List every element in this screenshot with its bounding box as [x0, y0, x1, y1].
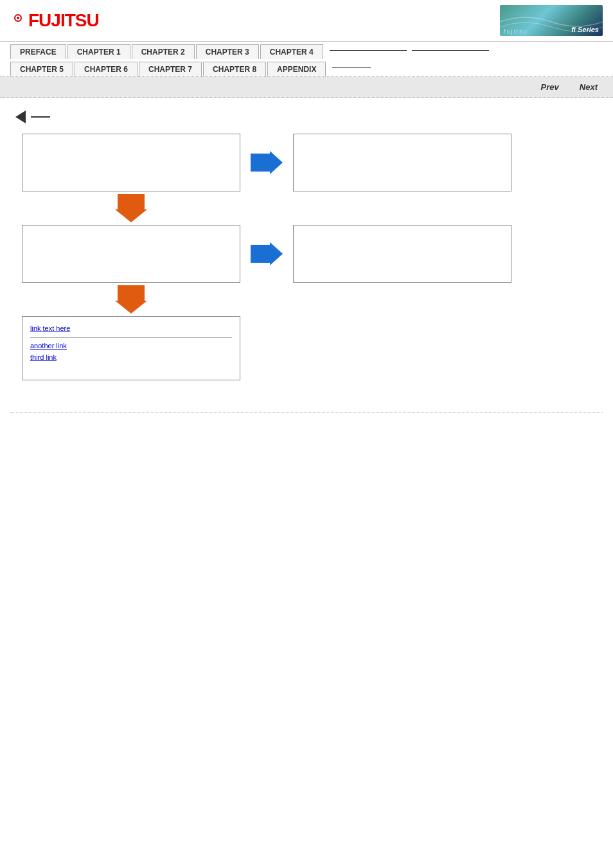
flow-row-2 — [22, 225, 591, 283]
nav-chapter6[interactable]: CHAPTER 6 — [75, 62, 138, 76]
flow-box-3-line2: another link — [30, 337, 232, 350]
nav-line-decoration-3 — [332, 67, 371, 68]
next-button[interactable]: Next — [574, 81, 603, 93]
nav-line-decoration-1 — [330, 50, 407, 51]
nav-chapter2[interactable]: CHAPTER 2 — [132, 44, 195, 59]
flow-box-3-link2[interactable]: another link — [30, 342, 67, 350]
flow-box-2-right — [293, 225, 511, 283]
nav-chapter4[interactable]: CHAPTER 4 — [260, 44, 323, 59]
arrow-down-container-1 — [22, 194, 240, 222]
back-arrow-line — [31, 116, 50, 118]
back-arrow[interactable] — [15, 111, 598, 123]
nav-preface[interactable]: PREFACE — [10, 44, 66, 59]
nav-row-1: PREFACE CHAPTER 1 CHAPTER 2 CHAPTER 3 CH… — [10, 42, 603, 59]
arrow-down-container-2 — [22, 285, 240, 314]
flow-box-1-right — [293, 134, 511, 191]
arrow-right-blue-2 — [251, 242, 283, 265]
svg-marker-4 — [251, 242, 283, 265]
flow-row-3: link text here another link third link — [22, 316, 591, 380]
fi-series-logo-bg: fujitsu fi Series — [500, 5, 603, 36]
nav-row-2: CHAPTER 5 CHAPTER 6 CHAPTER 7 CHAPTER 8 … — [10, 59, 603, 76]
flow-box-1-left — [22, 134, 240, 191]
flow-box-3: link text here another link third link — [22, 316, 240, 380]
flow-box-3-line3: third link — [30, 353, 232, 361]
nav-line-decoration-2 — [412, 50, 489, 51]
toolbar: Prev Next — [0, 77, 613, 98]
fujitsu-logo: FUJITSU — [10, 10, 99, 31]
nav-appendix[interactable]: APPENDIX — [267, 62, 326, 76]
nav-chapter5[interactable]: CHAPTER 5 — [10, 62, 73, 76]
header: FUJITSU fujitsu fi Series — [0, 0, 613, 42]
nav-container: PREFACE CHAPTER 1 CHAPTER 2 CHAPTER 3 CH… — [0, 42, 613, 77]
flow-box-2-left — [22, 225, 240, 283]
footer-divider — [10, 412, 603, 413]
fi-series-decoration — [500, 6, 603, 36]
svg-point-1 — [17, 17, 19, 19]
flow-diagram: link text here another link third link — [15, 134, 598, 380]
flow-box-3-link1[interactable]: link text here — [30, 324, 70, 332]
nav-chapter1[interactable]: CHAPTER 1 — [67, 44, 130, 59]
fujitsu-logo-icon — [10, 13, 26, 28]
flow-box-3-link3[interactable]: third link — [30, 353, 57, 361]
back-arrow-triangle — [15, 111, 26, 123]
svg-marker-2 — [251, 151, 283, 174]
nav-chapter7[interactable]: CHAPTER 7 — [139, 62, 202, 76]
arrow-right-blue-1 — [251, 151, 283, 174]
nav-line-2 — [332, 59, 603, 76]
arrow-down-orange-2 — [115, 285, 147, 314]
svg-marker-3 — [115, 194, 147, 222]
nav-chapter3[interactable]: CHAPTER 3 — [196, 44, 259, 59]
fi-series-logo: fujitsu fi Series — [500, 5, 603, 36]
main-content: link text here another link third link — [0, 98, 613, 393]
nav-chapter8[interactable]: CHAPTER 8 — [203, 62, 266, 76]
flow-row-1 — [22, 134, 591, 191]
prev-button[interactable]: Prev — [536, 81, 564, 93]
flow-box-3-line1: link text here — [30, 324, 232, 332]
fujitsu-logo-text: FUJITSU — [28, 10, 99, 31]
svg-marker-5 — [115, 285, 147, 314]
nav-line-1 — [330, 42, 603, 59]
arrow-down-orange-1 — [115, 194, 147, 222]
